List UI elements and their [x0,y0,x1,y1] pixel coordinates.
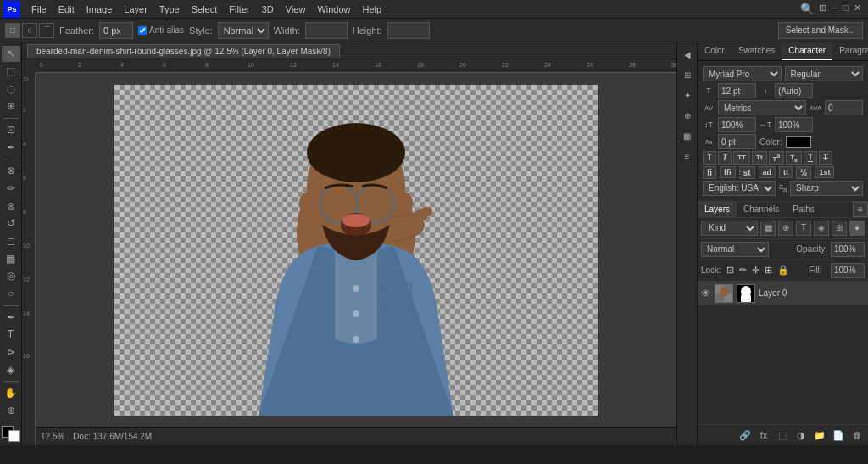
healing-brush-tool[interactable]: ⊗ [2,163,20,179]
dodge-tool[interactable]: ○ [2,286,20,302]
fill-input[interactable] [831,263,865,278]
lasso-tool[interactable]: ◌ [2,81,20,97]
menu-window[interactable]: Window [311,3,356,16]
font-family-select[interactable]: Myriad Pro [703,66,782,81]
lock-position-btn[interactable]: ✛ [752,265,760,276]
subscript-btn[interactable]: Ta [786,151,802,165]
tab-swatches[interactable]: Swatches [732,42,782,60]
minimize-icon[interactable]: ─ [832,3,838,15]
font-size-input[interactable] [718,83,756,98]
tab-layers[interactable]: Layers [698,202,737,217]
panel-tool-4[interactable]: ▦ [679,127,696,144]
link-layers-btn[interactable]: 🔗 [737,428,753,443]
zoom-tool[interactable]: ⊕ [2,403,20,419]
tab-channels[interactable]: Channels [737,202,786,217]
kerning-select[interactable]: Metrics [718,100,806,115]
menu-type[interactable]: Type [153,3,186,16]
horizontal-scale-input[interactable] [775,117,813,132]
menu-edit[interactable]: Edit [53,3,81,16]
font-style-select[interactable]: Regular [785,66,864,81]
style-select[interactable]: Normal [218,22,269,39]
st-ligature-btn[interactable]: st [739,166,755,179]
panel-tool-5[interactable]: ≡ [679,148,696,165]
search-icon[interactable]: 🔍 [800,3,814,15]
menu-layer[interactable]: Layer [118,3,153,16]
layer-row[interactable]: 👁 [698,282,868,306]
new-layer-btn[interactable]: 📄 [831,428,846,443]
menu-help[interactable]: Help [357,3,388,16]
superscript-btn[interactable]: Ta [769,151,785,165]
eraser-tool[interactable]: ◻ [2,233,20,249]
ellipse-shape-btn[interactable]: ○ [22,23,37,38]
menu-image[interactable]: Image [81,3,119,16]
filter-pixel-btn[interactable]: ▦ [760,221,776,236]
anti-alias-checkbox[interactable] [138,26,147,35]
baseline-input[interactable] [718,134,756,149]
panel-tool-3[interactable]: ⊕ [679,107,696,124]
layers-menu-btn[interactable]: ≡ [853,202,868,217]
tracking-input[interactable] [825,100,863,115]
height-input[interactable] [387,22,430,39]
text-tool[interactable]: T [2,327,20,343]
eyedropper-tool[interactable]: ✒ [2,139,20,155]
panel-tool-1[interactable]: ⊞ [679,66,696,83]
feather-input[interactable] [99,22,133,39]
underline-btn[interactable]: T [804,151,817,165]
ordinal-btn[interactable]: 1st [815,166,834,178]
new-group-btn[interactable]: 📁 [812,428,827,443]
anti-alias-select[interactable]: Sharp [790,181,863,196]
color-swatches[interactable] [2,426,20,442]
path-select-tool[interactable]: ⊳ [2,344,20,361]
add-style-btn[interactable]: fx [756,428,771,443]
layer-visibility-eye[interactable]: 👁 [701,288,711,299]
lock-all-btn[interactable]: 🔒 [777,265,789,276]
all-caps-btn[interactable]: TT [733,151,750,165]
menu-file[interactable]: File [25,3,53,16]
italic-btn[interactable]: T [718,151,732,165]
filter-adj-btn[interactable]: ⊕ [778,221,793,236]
clone-stamp-tool[interactable]: ⊛ [2,198,20,214]
lock-artboard-btn[interactable]: ⊞ [765,265,772,276]
tab-paragraph[interactable]: Paragraph [832,42,868,60]
ad-ligature-btn[interactable]: ad [759,166,776,178]
brush-tool[interactable]: ✏ [2,181,20,197]
fi-ligature-btn[interactable]: fi [703,166,716,179]
strikethrough-btn[interactable]: T [819,151,832,165]
blur-tool[interactable]: ◎ [2,268,20,284]
filter-shape-btn[interactable]: ◈ [814,221,829,236]
delete-layer-btn[interactable]: 🗑 [849,428,865,443]
width-input[interactable] [305,22,348,39]
crop-tool[interactable]: ⊡ [2,122,20,138]
menu-view[interactable]: View [280,3,312,16]
rect-shape-btn[interactable]: □ [5,23,20,38]
tab-paths[interactable]: Paths [786,202,821,217]
opacity-input[interactable] [831,242,865,257]
blend-mode-select[interactable]: Normal [701,242,769,257]
hand-tool[interactable]: ✋ [2,385,20,401]
tt-ligature-btn[interactable]: tt [779,166,793,178]
marquee-tool[interactable]: ⬚ [2,64,20,80]
quick-select-tool[interactable]: ⊕ [2,98,20,115]
shape-tool[interactable]: ◈ [2,361,20,377]
move-tool[interactable]: ↖ [2,46,20,62]
filter-type-btn[interactable]: T [796,221,811,236]
close-icon[interactable]: ✕ [854,3,861,15]
small-caps-btn[interactable]: Tt [752,151,767,165]
gradient-tool[interactable]: ▦ [2,250,20,266]
filter-toggle-btn[interactable]: ● [849,221,865,236]
menu-select[interactable]: Select [186,3,224,16]
select-and-mask-button[interactable]: Select and Mask... [778,22,863,39]
background-color[interactable] [8,430,20,442]
history-brush-tool[interactable]: ↺ [2,215,20,232]
ffi-ligature-btn[interactable]: ffi [720,166,736,178]
lock-pixels-btn[interactable]: ✏ [739,265,747,276]
lock-transparent-btn[interactable]: ⊡ [726,265,734,276]
maximize-icon[interactable]: □ [843,3,849,15]
vertical-scale-input[interactable] [718,117,756,132]
fraction-btn[interactable]: ½ [796,166,811,179]
filter-smart-btn[interactable]: ⊞ [832,221,847,236]
tab-character[interactable]: Character [782,42,832,60]
add-mask-btn[interactable]: ⬚ [775,428,790,443]
new-adj-btn[interactable]: ◑ [793,428,809,443]
filter-kind-select[interactable]: Kind [701,221,758,236]
